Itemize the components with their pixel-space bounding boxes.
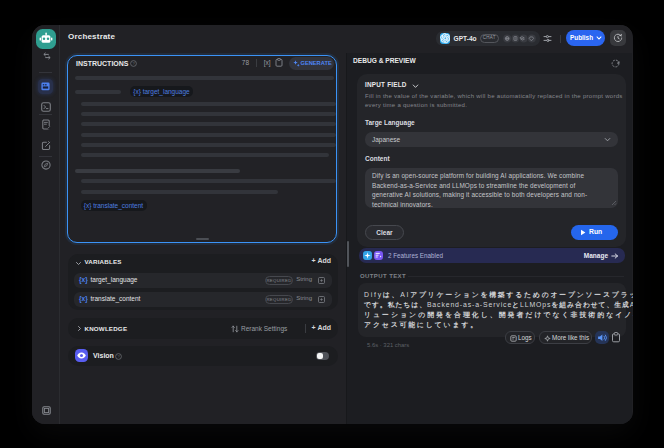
svg-text:?: ?	[117, 354, 120, 359]
svg-text:?: ?	[132, 61, 135, 66]
